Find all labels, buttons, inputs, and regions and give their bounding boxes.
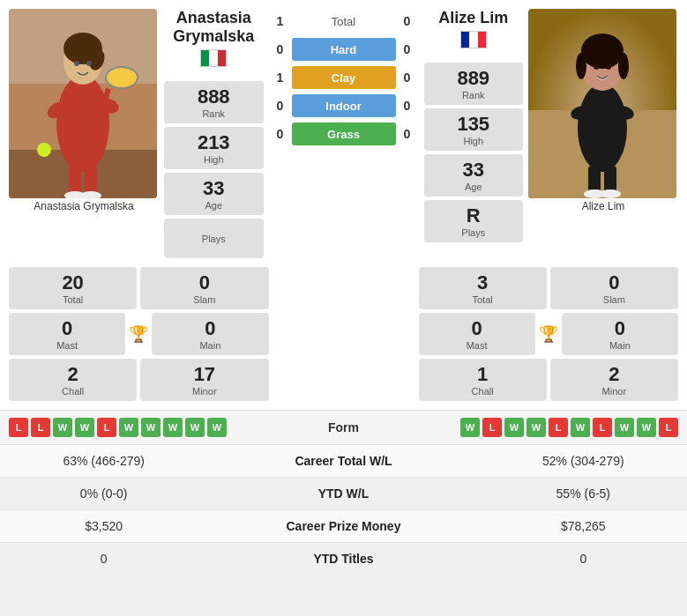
right-mast-value: 0 [472,317,482,340]
left-trophy-icon: 🏆 [129,324,148,344]
svg-point-27 [594,64,599,70]
right-total-slam-row: 3 Total 0 Slam [419,267,679,309]
form-pill-w: W [141,418,161,437]
left-minor-label: Minor [192,386,217,397]
right-ytd-titles: 0 [480,543,687,575]
right-total-label: Total [473,294,493,305]
left-career-prize: $3,520 [0,510,207,543]
left-age-label: Age [205,200,222,211]
right-chall-minor-row: 1 Chall 2 Minor [419,359,679,401]
right-mast-label: Mast [467,340,488,351]
right-mast-main-row: 0 Mast 🏆 0 Main [419,313,679,355]
left-rank-label: Rank [202,108,225,119]
svg-rect-13 [69,163,81,194]
svg-rect-30 [604,166,616,192]
right-age-box: 33 Age [424,154,524,197]
left-slam-value: 0 [199,271,210,294]
right-age-label: Age [465,182,482,192]
left-slam-box: 0 Slam [140,267,268,309]
form-pill-l: L [97,418,116,437]
right-grass-score: 0 [396,127,419,141]
form-pill-w: W [526,418,546,437]
left-main-label: Main [199,340,220,351]
form-pill-w: W [119,418,138,437]
left-ytd-titles: 0 [0,543,207,575]
svg-point-32 [600,189,621,198]
left-age-value: 33 [203,177,224,200]
svg-rect-29 [588,166,601,192]
form-pill-w: W [53,418,72,437]
form-pill-l: L [593,418,612,437]
right-plays-label: Plays [461,227,485,238]
ytd-wl-row: 0% (0-0) YTD W/L 55% (6-5) [0,478,687,510]
right-photo [528,9,676,198]
form-pill-w: W [460,418,480,437]
right-chall-label: Chall [472,386,494,397]
left-player-flag [164,49,264,71]
middle-spacer [269,267,419,401]
left-slam-label: Slam [193,294,215,305]
right-main-box: 0 Main [562,313,678,355]
svg-point-26 [618,53,629,79]
france-flag-icon [460,31,487,48]
left-minor-value: 17 [194,363,215,386]
right-slam-label: Slam [603,294,625,305]
detail-stats-row: 20 Total 0 Slam 0 Mast 🏆 0 Main [0,267,687,410]
left-career-total: 63% (466-279) [0,445,207,478]
right-player-flag [424,31,524,52]
form-section: LLWWLWWWWW Form WLWWLWLWWL [0,410,687,445]
left-form-pills: LLWWLWWWWW [9,418,227,437]
left-rank-value: 888 [198,85,230,108]
form-pill-w: W [185,418,205,437]
left-plays-label: Plays [202,234,226,244]
clay-score-row: 1 Clay 0 [269,65,419,90]
career-prize-label: Career Prize Money [207,510,479,543]
svg-point-28 [606,64,611,70]
total-label: Total [292,10,396,33]
left-total-label: Total [63,294,83,305]
left-mast-label: Mast [56,340,78,351]
middle-scores: 1 Total 0 0 Hard 0 1 Clay 0 0 Indoor 0 [269,9,419,146]
form-pill-w: W [637,418,656,437]
left-photo [9,9,157,198]
right-total-value: 3 [477,271,488,294]
right-high-value: 135 [457,113,489,136]
grass-score-row: 0 Grass 0 [269,122,419,146]
right-player-name: Alize Lim [424,9,524,27]
right-chall-box: 1 Chall [419,359,547,401]
left-plays-box: Plays [164,219,264,258]
left-high-box: 213 High [164,127,264,169]
right-slam-box: 0 Slam [550,267,678,309]
form-pill-w: W [615,418,634,437]
svg-point-11 [74,61,79,66]
career-total-row: 63% (466-279) Career Total W/L 52% (304-… [0,445,687,478]
svg-point-20 [578,84,627,172]
left-stats-area: AnastasiaGrymalska 888 Rank 213 High 33 … [159,9,269,258]
left-mast-value: 0 [62,317,72,340]
left-total-box: 20 Total [9,267,137,309]
right-rank-label: Rank [462,90,485,100]
right-chall-value: 1 [477,363,488,386]
form-label: Form [227,420,460,434]
ytd-titles-row: 0 YTD Titles 0 [0,543,687,575]
left-grass-score: 0 [269,127,292,141]
left-chall-label: Chall [62,386,84,397]
right-mast-box: 0 Mast [419,313,535,355]
left-mast-main-row: 0 Mast 🏆 0 Main [9,313,269,355]
left-total-value: 20 [62,271,83,294]
left-indoor-score: 0 [269,99,292,113]
hard-score-row: 0 Hard 0 [269,37,419,62]
left-chall-minor-row: 2 Chall 17 Minor [9,359,269,401]
left-mast-box: 0 Mast [9,313,125,355]
right-minor-box: 2 Minor [550,359,678,401]
right-high-box: 135 High [424,108,524,151]
form-pill-w: W [75,418,94,437]
left-chall-box: 2 Chall [9,359,137,401]
right-stats-area: Alize Lim 889 Rank 135 High 33 Age [419,9,529,242]
form-pill-l: L [659,418,678,437]
form-pill-w: W [504,418,524,437]
left-player-name-bottom: Anastasia Grymalska [9,200,159,212]
svg-rect-14 [85,163,97,194]
svg-point-12 [86,61,92,66]
right-slam-value: 0 [609,271,619,294]
